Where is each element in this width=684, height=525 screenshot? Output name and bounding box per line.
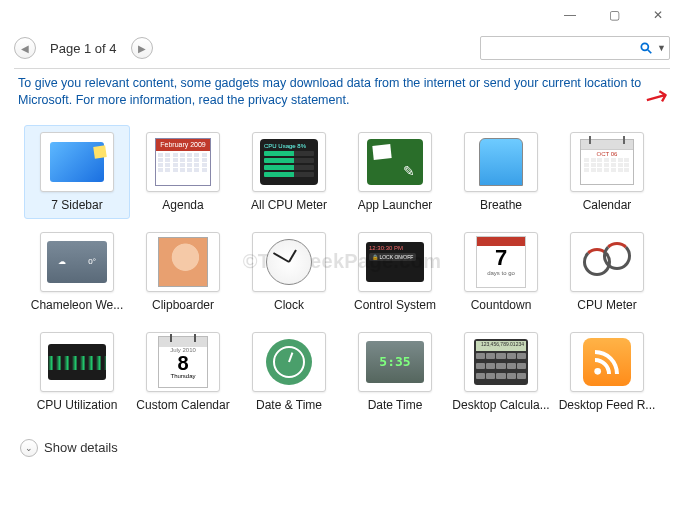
- applauncher-icon: [358, 132, 432, 192]
- gadget-grid: 7 Sidebar February 2009 Agenda CPU Usage…: [0, 119, 684, 429]
- gadget-control-system[interactable]: 12:30:30 PM🔒 LOCK ON/OFF Control System: [342, 225, 448, 319]
- gadget-label: Clock: [274, 298, 304, 312]
- cpuutil-icon: [40, 332, 114, 392]
- sidebar-icon: [40, 132, 114, 192]
- chameleon-icon: ☁0°: [40, 232, 114, 292]
- countdown-icon: 7days to go: [464, 232, 538, 292]
- gadget-clock[interactable]: Clock: [236, 225, 342, 319]
- controlsystem-icon: 12:30:30 PM🔒 LOCK ON/OFF: [358, 232, 432, 292]
- search-box[interactable]: ▼: [480, 36, 670, 60]
- gadget-desktop-calculator[interactable]: 123,456,789.01234 Desktop Calcula...: [448, 325, 554, 419]
- gadget-desktop-feed-reader[interactable]: Desktop Feed R...: [554, 325, 660, 419]
- chevron-down-icon[interactable]: ⌄: [20, 439, 38, 457]
- gadget-countdown[interactable]: 7days to go Countdown: [448, 225, 554, 319]
- gadget-calendar[interactable]: OCT 06 Calendar: [554, 125, 660, 219]
- allcpu-icon: CPU Usage 8%: [252, 132, 326, 192]
- svg-point-0: [641, 43, 648, 50]
- gadget-label: Calendar: [583, 198, 632, 212]
- gadget-clipboarder[interactable]: Clipboarder: [130, 225, 236, 319]
- footer: ⌄ Show details: [0, 429, 684, 467]
- gadget-label: All CPU Meter: [251, 198, 327, 212]
- calendar-icon: OCT 06: [570, 132, 644, 192]
- gadget-cpu-meter[interactable]: CPU Meter: [554, 225, 660, 319]
- gadget-label: Custom Calendar: [136, 398, 229, 412]
- gadget-label: Agenda: [162, 198, 203, 212]
- calc-icon: 123,456,789.01234: [464, 332, 538, 392]
- gadget-agenda[interactable]: February 2009 Agenda: [130, 125, 236, 219]
- gadget-label: CPU Meter: [577, 298, 636, 312]
- gadget-label: Clipboarder: [152, 298, 214, 312]
- gadget-date-time[interactable]: 5:35 Date Time: [342, 325, 448, 419]
- search-input[interactable]: [485, 38, 639, 58]
- page-label: Page 1 of 4: [50, 41, 117, 56]
- window-controls: — ▢ ✕: [0, 0, 684, 30]
- page-next-button[interactable]: ▶: [131, 37, 153, 59]
- gadget-label: Countdown: [471, 298, 532, 312]
- page-prev-button[interactable]: ◀: [14, 37, 36, 59]
- gadget-breathe[interactable]: Breathe: [448, 125, 554, 219]
- minimize-button[interactable]: —: [548, 1, 592, 29]
- rss-icon: [570, 332, 644, 392]
- gadget-label: Desktop Calcula...: [452, 398, 549, 412]
- cpumeter-icon: [570, 232, 644, 292]
- gadget-date-and-time[interactable]: Date & Time: [236, 325, 342, 419]
- customcal-icon: July 20108Thursday: [146, 332, 220, 392]
- search-dropdown-icon[interactable]: ▼: [657, 43, 666, 53]
- gadget-all-cpu-meter[interactable]: CPU Usage 8% All CPU Meter: [236, 125, 342, 219]
- privacy-link[interactable]: privacy statement: [248, 93, 346, 107]
- privacy-notice: To give you relevant content, some gadge…: [18, 75, 666, 109]
- datetime2-icon: 5:35: [358, 332, 432, 392]
- clipboarder-icon: [146, 232, 220, 292]
- gadget-label: CPU Utilization: [37, 398, 118, 412]
- divider: [14, 68, 670, 69]
- gadget-label: Chameleon We...: [31, 298, 124, 312]
- gadget-label: Date & Time: [256, 398, 322, 412]
- gadget-label: 7 Sidebar: [51, 198, 102, 212]
- agenda-icon: February 2009: [146, 132, 220, 192]
- gadget-label: Control System: [354, 298, 436, 312]
- gadget-label: App Launcher: [358, 198, 433, 212]
- show-details-link[interactable]: Show details: [44, 440, 118, 455]
- clock-icon: [252, 232, 326, 292]
- gadget-app-launcher[interactable]: App Launcher: [342, 125, 448, 219]
- close-button[interactable]: ✕: [636, 1, 680, 29]
- gadget-chameleon-weather[interactable]: ☁0° Chameleon We...: [24, 225, 130, 319]
- gadget-label: Date Time: [368, 398, 423, 412]
- gadget-7-sidebar[interactable]: 7 Sidebar: [24, 125, 130, 219]
- svg-point-2: [594, 368, 601, 375]
- datetime-icon: [252, 332, 326, 392]
- breathe-icon: [464, 132, 538, 192]
- header: ◀ Page 1 of 4 ▶ ▼: [0, 30, 684, 68]
- svg-line-1: [648, 50, 652, 54]
- maximize-button[interactable]: ▢: [592, 1, 636, 29]
- gadget-label: Desktop Feed R...: [559, 398, 656, 412]
- gadget-label: Breathe: [480, 198, 522, 212]
- gadget-cpu-utilization[interactable]: CPU Utilization: [24, 325, 130, 419]
- search-icon[interactable]: [639, 41, 653, 55]
- gadget-custom-calendar[interactable]: July 20108Thursday Custom Calendar: [130, 325, 236, 419]
